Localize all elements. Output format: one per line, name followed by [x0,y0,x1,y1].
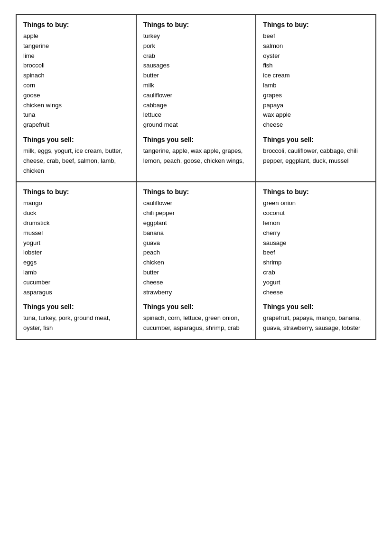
list-item: beef [263,31,369,41]
buy-list-6: green onioncoconutlemoncherrysausagebeef… [263,198,369,297]
list-item: crab [143,51,249,61]
list-item: fish [263,61,369,71]
list-item: drumstick [23,218,129,228]
list-item: guava [143,238,249,248]
list-item: milk [143,81,249,91]
cell-1: Things to buy:appletangerinelimebroccoli… [17,15,137,182]
sell-title-6: Things you sell: [263,303,369,310]
buy-title-6: Things to buy: [263,188,369,196]
list-item: yogurt [263,278,369,288]
grid: Things to buy:appletangerinelimebroccoli… [16,14,376,340]
list-item: lamb [263,81,369,91]
buy-list-1: appletangerinelimebroccolispinachcorngoo… [23,31,129,130]
list-item: wax apple [263,110,369,120]
list-item: butter [143,71,249,81]
list-item: shrimp [263,258,369,268]
sell-text-2: tangerine, apple, wax apple, grapes, lem… [143,146,249,166]
list-item: duck [23,208,129,218]
sell-text-4: tuna, turkey, pork, ground meat, oyster,… [23,313,129,333]
list-item: lime [23,51,129,61]
buy-list-5: cauliflowerchili peppereggplantbananagua… [143,198,249,297]
sell-title-3: Things you sell: [263,136,369,143]
sell-title-2: Things you sell: [143,136,249,143]
buy-title-3: Things to buy: [263,21,369,28]
list-item: chicken [143,258,249,268]
sell-text-1: milk, eggs, yogurt, ice cream, butter, c… [23,146,129,176]
list-item: chicken wings [23,101,129,111]
cell-5: Things to buy:cauliflowerchili pepperegg… [137,182,257,340]
list-item: cheese [143,278,249,288]
list-item: tuna [23,110,129,120]
list-item: sausages [143,61,249,71]
list-item: lemon [263,218,369,228]
list-item: yogurt [23,238,129,248]
list-item: chili pepper [143,208,249,218]
sell-text-5: spinach, corn, lettuce, green onion, cuc… [143,313,249,333]
list-item: cabbage [143,101,249,111]
list-item: cauliflower [143,198,249,208]
list-item: mussel [23,228,129,238]
list-item: lettuce [143,110,249,120]
list-item: cheese [263,288,369,298]
sell-text-3: broccoli, cauliflower, cabbage, chili pe… [263,146,369,166]
buy-list-3: beefsalmonoysterfishice creamlambgrapesp… [263,31,369,130]
list-item: grapefruit [23,120,129,130]
list-item: green onion [263,198,369,208]
buy-title-1: Things to buy: [23,21,129,28]
list-item: peach [143,248,249,258]
list-item: grapes [263,91,369,101]
list-item: spinach [23,71,129,81]
list-item: sausage [263,238,369,248]
list-item: mango [23,198,129,208]
list-item: crab [263,268,369,278]
list-item: cherry [263,228,369,238]
list-item: papaya [263,101,369,111]
list-item: beef [263,248,369,258]
list-item: pork [143,41,249,51]
buy-title-2: Things to buy: [143,21,249,28]
list-item: cucumber [23,278,129,288]
list-item: butter [143,268,249,278]
list-item: goose [23,91,129,101]
list-item: turkey [143,31,249,41]
list-item: banana [143,228,249,238]
list-item: cheese [263,120,369,130]
list-item: broccoli [23,61,129,71]
buy-title-4: Things to buy: [23,188,129,196]
list-item: ice cream [263,71,369,81]
buy-title-5: Things to buy: [143,188,249,196]
list-item: tangerine [23,41,129,51]
list-item: apple [23,31,129,41]
sell-title-1: Things you sell: [23,136,129,143]
list-item: coconut [263,208,369,218]
list-item: asparagus [23,288,129,298]
list-item: cauliflower [143,91,249,101]
buy-list-4: mangoduckdrumstickmusselyogurtlobsteregg… [23,198,129,297]
cell-3: Things to buy:beefsalmonoysterfishice cr… [256,15,376,182]
list-item: eggs [23,258,129,268]
list-item: eggplant [143,218,249,228]
buy-list-2: turkeyporkcrabsausagesbuttermilkcauliflo… [143,31,249,130]
sell-text-6: grapefruit, papaya, mango, banana, guava… [263,313,369,333]
list-item: corn [23,81,129,91]
list-item: oyster [263,51,369,61]
cell-6: Things to buy:green onioncoconutlemonche… [256,182,376,340]
list-item: lamb [23,268,129,278]
list-item: strawberry [143,288,249,298]
list-item: salmon [263,41,369,51]
sell-title-5: Things you sell: [143,303,249,310]
worksheet: Things to buy:appletangerinelimebroccoli… [16,14,376,340]
list-item: lobster [23,248,129,258]
cell-2: Things to buy:turkeyporkcrabsausagesbutt… [137,15,257,182]
cell-4: Things to buy:mangoduckdrumstickmusselyo… [17,182,137,340]
list-item: ground meat [143,120,249,130]
sell-title-4: Things you sell: [23,303,129,310]
